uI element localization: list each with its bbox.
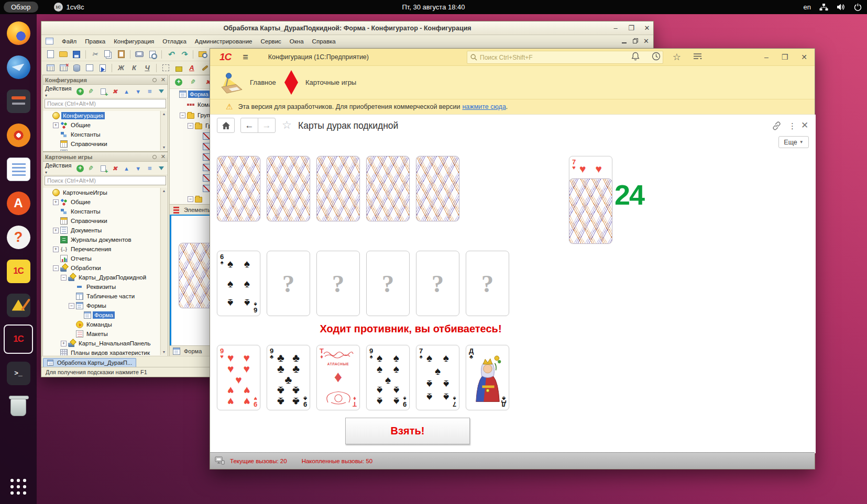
expand-toggle-icon[interactable]: − xyxy=(180,113,185,118)
dock-item-help[interactable]: ? xyxy=(4,222,33,252)
pin-icon[interactable] xyxy=(152,78,157,82)
action-move-down-icon[interactable]: ▼ xyxy=(134,87,142,96)
favorite-star-icon[interactable]: ☆ xyxy=(282,119,292,131)
dock-item-onec-enterprise[interactable]: 1С xyxy=(4,324,33,354)
tree-item[interactable]: −Обработки xyxy=(43,263,160,273)
expand-toggle-icon[interactable]: + xyxy=(53,247,59,252)
notifications-bell-icon[interactable] xyxy=(631,52,640,62)
expand-toggle-icon[interactable]: − xyxy=(188,196,193,202)
history-clock-icon[interactable] xyxy=(652,52,661,62)
scrollbar[interactable]: ▲▼ xyxy=(160,188,167,355)
scroll-up-icon[interactable]: ▲ xyxy=(162,188,166,194)
toolbar-database-icon[interactable] xyxy=(71,63,82,73)
hand-card[interactable]: 9♣9♣♣♣♣♣♣♣♣♣♣ xyxy=(267,345,310,410)
get-link-icon[interactable] xyxy=(772,121,782,132)
expand-toggle-icon[interactable]: + xyxy=(53,122,59,128)
toolbar-doc-module-icon[interactable] xyxy=(97,63,108,73)
expand-toggle-icon[interactable]: − xyxy=(53,265,59,271)
action-list-icon[interactable]: ≡ xyxy=(146,164,154,173)
tree-item[interactable]: КарточныеИгры xyxy=(43,188,160,197)
mdi-close-icon[interactable]: ✕ xyxy=(643,39,649,44)
toolbar-redo-icon[interactable]: ↷ xyxy=(178,49,190,60)
pin-icon[interactable] xyxy=(152,155,157,159)
action-filter-icon[interactable] xyxy=(157,164,166,173)
tree-item[interactable]: +Перечисления xyxy=(43,244,160,254)
toolbar-global-search-icon[interactable] xyxy=(196,49,208,60)
expand-toggle-icon[interactable]: − xyxy=(69,303,74,309)
dock-item-libreoffice-draw[interactable] xyxy=(4,290,33,320)
back-button[interactable]: ← xyxy=(240,118,258,133)
toolbar-fill-color-icon[interactable] xyxy=(173,63,184,73)
more-menu-icon[interactable]: ⋮ xyxy=(788,121,796,131)
action-copy-icon[interactable] xyxy=(99,87,107,96)
hand-card[interactable]: 9♥9♥♥♥♥♥♥♥♥♥♥ xyxy=(217,345,260,410)
toolbar-bold-icon[interactable]: Ж xyxy=(115,63,127,73)
editor-add-icon[interactable]: + xyxy=(174,77,183,87)
close-icon[interactable]: ✕ xyxy=(161,76,166,83)
expand-toggle-icon[interactable]: + xyxy=(61,341,67,346)
action-move-down-icon[interactable]: ▼ xyxy=(134,164,142,173)
action-edit-icon[interactable]: ✎ xyxy=(87,87,96,96)
minimize-button[interactable]: – xyxy=(764,53,769,61)
actions-menu-button[interactable]: Действия ▾ xyxy=(45,162,73,175)
action-add-icon[interactable]: + xyxy=(76,164,84,173)
hand-card[interactable]: 9♠9♠♠♠♠♠♠♠♠♠♠ xyxy=(366,345,410,410)
toolbar-open-icon[interactable] xyxy=(58,49,69,60)
action-copy-icon[interactable] xyxy=(99,164,107,173)
close-form-icon[interactable]: ✕ xyxy=(801,120,808,131)
dock-item-libreoffice-writer[interactable] xyxy=(4,154,33,184)
tree-item[interactable]: +Общие xyxy=(43,197,160,207)
purchase-link[interactable]: нажмите сюда xyxy=(462,103,506,110)
toolbar-grid-icon[interactable] xyxy=(45,63,56,73)
tree-item[interactable]: Команды xyxy=(43,320,160,329)
toolbar-copy-icon[interactable] xyxy=(102,49,114,60)
toolbar-font-color-icon[interactable]: А xyxy=(186,63,197,73)
tree-item[interactable]: +Документы xyxy=(43,149,160,151)
menu-item[interactable]: Справка xyxy=(308,37,340,46)
scrollbar[interactable]: ▲▼ xyxy=(160,111,167,150)
tree-item[interactable]: Конфигурация xyxy=(43,111,160,120)
toolbar-save-icon[interactable] xyxy=(71,49,82,60)
expand-toggle-icon[interactable]: − xyxy=(61,275,67,281)
scroll-up-icon[interactable]: ▲ xyxy=(162,111,166,117)
volume-icon[interactable] xyxy=(837,3,846,11)
toolbar-print-preview-icon[interactable] xyxy=(147,49,158,60)
menu-item[interactable]: Администрирование xyxy=(191,37,257,46)
menu-item[interactable]: Конфигурация xyxy=(109,37,158,46)
focused-app-menu[interactable]: 1cv8c xyxy=(67,3,84,11)
toolbar-new-document-icon[interactable] xyxy=(45,49,56,60)
toolbar-italic-icon[interactable]: К xyxy=(128,63,140,73)
close-button[interactable]: ✕ xyxy=(801,53,807,61)
tree-item[interactable]: Планы видов характеристик xyxy=(43,348,160,355)
menu-item[interactable]: Отладка xyxy=(158,37,190,46)
section-diamond-icon[interactable] xyxy=(284,70,298,95)
toolbar-underline-icon[interactable]: Ч xyxy=(141,63,153,73)
hand-card[interactable]: 7♠7♠♠♠♠♠♠♠♠ xyxy=(416,345,459,410)
tree-item[interactable]: Табличные части xyxy=(43,292,160,301)
dock-item-firefox[interactable] xyxy=(4,18,33,48)
menu-item[interactable]: Правка xyxy=(81,37,109,46)
tree-item[interactable]: Отчеты xyxy=(43,254,160,263)
keyboard-layout-indicator[interactable]: en xyxy=(804,3,811,11)
scroll-down-icon[interactable]: ▼ xyxy=(162,144,166,150)
menu-item[interactable]: Окна xyxy=(286,37,308,46)
home-button[interactable] xyxy=(217,118,235,133)
close-button[interactable]: ✕ xyxy=(643,24,651,32)
clock[interactable]: Пт, 30 августа 18:40 xyxy=(402,3,465,11)
editor-edit-icon[interactable]: ✎ xyxy=(189,77,198,87)
action-move-up-icon[interactable]: ▲ xyxy=(122,87,130,96)
toolbar-grid-export-icon[interactable] xyxy=(58,63,69,73)
show-apps-grid-icon[interactable] xyxy=(8,477,28,497)
tree-item[interactable]: Реквизиты xyxy=(43,282,160,292)
tree-item[interactable]: Справочники xyxy=(43,139,160,149)
tree-item[interactable]: −Карты_ДуракПодкидной xyxy=(43,273,160,282)
tree-item[interactable]: +Общие xyxy=(43,120,160,130)
expand-toggle-icon[interactable]: + xyxy=(53,199,59,205)
enterprise-titlebar[interactable]: 1С ≡ Конфигурация (1С:Предприятие) ☆ – ❒… xyxy=(210,49,815,66)
nav-home[interactable]: Главное xyxy=(250,79,276,86)
action-filter-icon[interactable] xyxy=(157,87,166,96)
forward-button[interactable]: → xyxy=(258,118,276,133)
take-button[interactable]: Взять! xyxy=(345,418,470,444)
tree-item[interactable]: Журналы документов xyxy=(43,235,160,244)
power-icon[interactable] xyxy=(854,3,862,11)
